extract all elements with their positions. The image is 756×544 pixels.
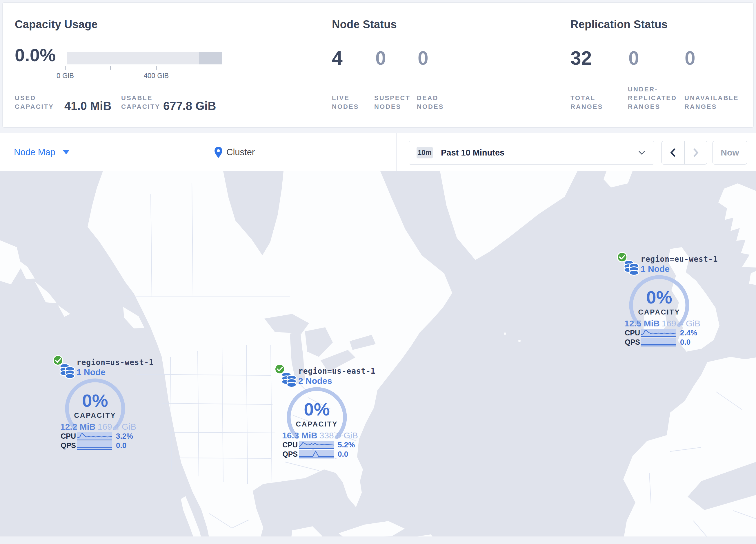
toolbar-divider — [396, 133, 397, 171]
cpu-value: 5.2% — [338, 440, 355, 449]
map-footer-strip — [0, 536, 756, 544]
cluster-summary-card: Capacity Usage 0.0% 0 GiB 400 GiB USEDCA… — [2, 2, 754, 128]
axis-tick — [156, 66, 157, 70]
suspect-nodes-count: 0 — [375, 48, 386, 68]
cpu-sparkline — [641, 329, 676, 337]
cpu-sparkline — [77, 432, 112, 440]
qps-sparkline — [641, 338, 676, 347]
cpu-row: CPU 3.2% — [60, 432, 133, 440]
cpu-row: CPU 2.4% — [624, 329, 697, 337]
chevron-down-icon — [638, 150, 645, 155]
used-capacity-value: 16.3 MiB — [282, 431, 317, 440]
capacity-caption: CAPACITY — [63, 411, 127, 420]
qps-sparkline — [77, 441, 112, 450]
cluster-node-map-page: Capacity Usage 0.0% 0 GiB 400 GiB USEDCA… — [0, 0, 756, 544]
qps-label: QPS — [282, 450, 298, 458]
capacity-usable-segment — [199, 52, 222, 64]
total-ranges-count: 32 — [570, 48, 592, 68]
cpu-sparkline — [299, 441, 334, 449]
capacity-usage-title: Capacity Usage — [15, 18, 98, 31]
map-pin-icon — [215, 147, 222, 158]
unavailable-ranges-count: 0 — [685, 48, 695, 68]
region-label: region=us-west-1 — [77, 358, 154, 367]
used-capacity-value: 41.0 MiB — [64, 100, 111, 112]
live-nodes-count: 4 — [332, 48, 343, 68]
cpu-label: CPU — [282, 441, 298, 449]
node-map: region=us-west-1 1 Node 0% CAPACITY 12.2… — [0, 171, 756, 544]
used-capacity-value: 12.5 MiB — [624, 319, 660, 329]
usable-capacity-value: 677.8 GiB — [163, 100, 216, 112]
breadcrumb-label: Cluster — [226, 147, 255, 157]
qps-row: QPS 0.0 — [282, 450, 348, 458]
breadcrumb[interactable]: Cluster — [215, 133, 255, 171]
qps-value: 0.0 — [680, 338, 690, 347]
region-node-count-link[interactable]: 2 Nodes — [298, 376, 332, 386]
capacity-percent: 0% — [63, 392, 127, 410]
capacity-caption: CAPACITY — [285, 420, 349, 428]
world-map — [0, 171, 756, 544]
capacity-caption: CAPACITY — [627, 308, 691, 316]
used-capacity-value: 12.2 MiB — [60, 422, 96, 432]
dead-nodes-count: 0 — [418, 48, 428, 68]
total-ranges-label: TOTALRANGES — [570, 94, 603, 111]
axis-tick — [110, 66, 111, 70]
used-capacity-label: USEDCAPACITY — [15, 94, 54, 111]
caret-down-icon — [63, 150, 69, 154]
view-selector-dropdown[interactable]: Node Map — [14, 133, 69, 171]
chevron-right-icon — [693, 148, 699, 157]
cpu-row: CPU 5.2% — [282, 441, 355, 449]
capacity-values: 16.3 MiB 338.9 GiB — [282, 431, 358, 440]
qps-sparkline — [299, 450, 334, 458]
node-status-title: Node Status — [332, 18, 397, 31]
capacity-usage-percent: 0.0% — [15, 46, 56, 64]
europe-africa-landmass — [623, 357, 756, 544]
qps-label: QPS — [624, 338, 640, 347]
view-selector-label: Node Map — [14, 147, 55, 157]
usable-capacity-value: 169.4 GiB — [662, 319, 700, 329]
axis-tick — [202, 66, 202, 70]
replication-status-title: Replication Status — [570, 18, 668, 31]
region-node-count-link[interactable]: 1 Node — [77, 367, 106, 377]
region-label: region=eu-west-1 — [641, 255, 718, 263]
time-window-label: Past 10 Minutes — [441, 148, 638, 157]
now-button[interactable]: Now — [713, 141, 747, 164]
region-label: region=us-east-1 — [298, 367, 375, 376]
axis-tick-label: 400 GiB — [133, 72, 179, 80]
region-node-count-link[interactable]: 1 Node — [641, 264, 670, 274]
time-window-badge: 10m — [417, 147, 433, 158]
cpu-value: 3.2% — [116, 432, 133, 441]
axis-tick-label: 0 GiB — [42, 72, 88, 80]
time-step-back-button[interactable] — [662, 141, 685, 164]
map-toolbar: Node Map Cluster 10m Past 10 Minutes — [0, 133, 756, 172]
chevron-left-icon — [670, 148, 676, 157]
suspect-nodes-label: SUSPECTNODES — [374, 94, 410, 111]
cpu-label: CPU — [624, 329, 640, 337]
usable-capacity-value: 338.9 GiB — [319, 431, 358, 440]
usable-capacity-value: 169.4 GiB — [98, 422, 136, 432]
cpu-label: CPU — [60, 432, 76, 440]
time-step-forward-button[interactable] — [685, 141, 707, 164]
capacity-percent: 0% — [627, 289, 691, 307]
capacity-values: 12.2 MiB 169.4 GiB — [60, 422, 136, 432]
qps-label: QPS — [60, 441, 76, 450]
under-replicated-ranges-count: 0 — [628, 48, 639, 68]
north-america-landmass — [0, 171, 452, 544]
unavailable-ranges-label: UNAVAILABLERANGES — [684, 94, 739, 111]
usable-capacity-label: USABLECAPACITY — [121, 94, 160, 111]
capacity-usage-bar — [67, 52, 222, 64]
qps-row: QPS 0.0 — [60, 442, 126, 449]
qps-value: 0.0 — [116, 441, 126, 450]
qps-row: QPS 0.0 — [624, 338, 690, 346]
capacity-percent: 0% — [285, 400, 349, 418]
cpu-value: 2.4% — [680, 329, 697, 338]
axis-tick — [65, 66, 66, 70]
time-window-dropdown[interactable]: 10m Past 10 Minutes — [409, 141, 654, 164]
time-step-control — [661, 141, 707, 164]
live-nodes-label: LIVENODES — [332, 94, 359, 111]
capacity-values: 12.5 MiB 169.4 GiB — [624, 319, 700, 329]
under-replicated-ranges-label: UNDER-REPLICATEDRANGES — [628, 85, 677, 111]
qps-value: 0.0 — [338, 450, 348, 459]
dead-nodes-label: DEADNODES — [417, 94, 444, 111]
